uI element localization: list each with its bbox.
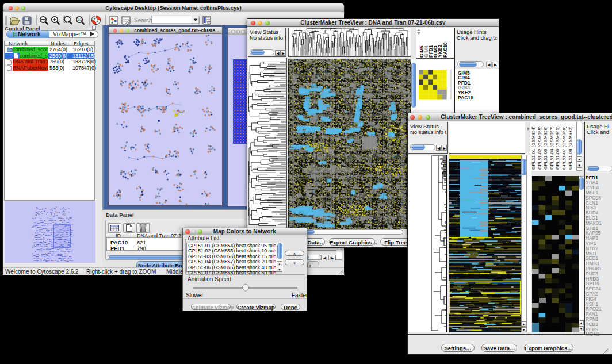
svg-text:1:1: 1:1 (77, 18, 82, 21)
svg-text:Search:: Search: (134, 17, 154, 24)
